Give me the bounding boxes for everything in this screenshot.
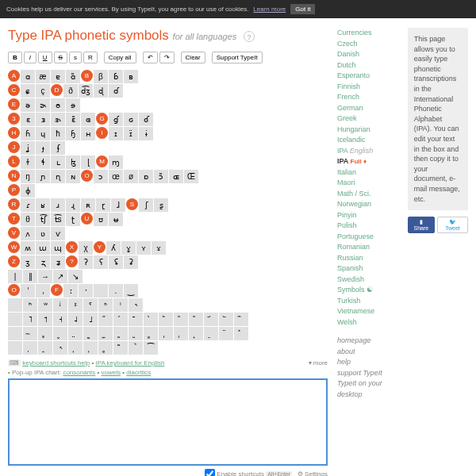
symbol-key[interactable]: ʕ <box>94 255 108 269</box>
nav-link[interactable]: homepage <box>337 336 400 347</box>
symbol-key[interactable]: ̂ <box>174 313 188 326</box>
symbol-key[interactable]: ɔ̃ <box>154 170 168 183</box>
symbol-key[interactable]: ɓ <box>109 70 123 83</box>
r-button[interactable]: R <box>83 52 98 63</box>
symbol-key[interactable]: ħ <box>51 127 65 140</box>
symbol-key[interactable]: ɠ <box>109 113 123 126</box>
symbol-key[interactable]: ʑ <box>51 255 65 269</box>
symbol-group-A[interactable]: A <box>8 70 20 82</box>
symbol-key[interactable]: ˡ <box>113 298 128 312</box>
symbol-key[interactable]: ̤ <box>68 327 83 340</box>
symbol-key[interactable]: ̌ <box>189 313 203 326</box>
symbol-key[interactable]: ̃ <box>113 341 128 355</box>
symbol-key[interactable]: ɳ <box>51 170 65 183</box>
symbol-group-C[interactable]: C <box>8 84 20 96</box>
symbol-key[interactable]: ɺ <box>111 198 125 212</box>
lang-link[interactable]: Esperanto <box>337 71 400 82</box>
symbol-key[interactable]: t͡s <box>51 213 65 226</box>
symbol-key[interactable]: ɜ <box>36 113 50 126</box>
symbol-key[interactable]: ̙ <box>83 341 98 355</box>
symbol-key[interactable]: d͡ʒ <box>79 84 93 98</box>
symbol-group-?[interactable]: ? <box>66 255 78 267</box>
symbol-key[interactable]: ̰ <box>83 327 98 340</box>
symbol-group-W[interactable]: W <box>8 241 20 253</box>
symbol-key[interactable]: ɗ <box>109 84 123 98</box>
symbol-key[interactable]: ɝ <box>51 113 65 126</box>
symbol-key[interactable]: ѵ <box>51 227 65 240</box>
symbol-key[interactable]: ̄ <box>129 313 143 326</box>
lang-link[interactable]: French <box>337 92 400 103</box>
symbol-key[interactable]: Œ <box>184 170 198 183</box>
symbol-key[interactable]: ɸ <box>21 184 35 198</box>
symbol-key[interactable]: ʙ <box>124 70 138 83</box>
symbol-key[interactable]: ʈ <box>66 213 80 226</box>
symbol-key[interactable]: . <box>109 284 123 298</box>
symbol-key[interactable]: ɖ <box>94 84 108 98</box>
lang-link[interactable]: Romanian <box>337 242 400 253</box>
symbol-key[interactable]: ↘ <box>68 270 83 283</box>
symbol-key[interactable]: θ <box>21 213 35 226</box>
shortcuts-help-link[interactable]: keyboard shortcuts help <box>22 359 90 367</box>
lang-link[interactable]: Portuguese <box>337 232 400 243</box>
symbol-group-V[interactable]: V <box>8 227 20 239</box>
symbol-group-J[interactable]: J <box>8 141 20 153</box>
symbol-key[interactable]: ʁ <box>36 198 50 212</box>
symbol-group-Y[interactable]: Y <box>94 241 106 253</box>
symbol-key[interactable]: ʃ <box>139 198 153 212</box>
symbol-group-N[interactable]: N <box>8 170 20 182</box>
symbol-key[interactable]: ə <box>21 98 35 112</box>
symbol-key[interactable]: ̴ <box>23 327 37 340</box>
bold-button[interactable]: B <box>8 52 22 63</box>
symbol-group-M[interactable]: M <box>96 155 108 167</box>
symbol-group-F[interactable]: F <box>51 284 63 296</box>
symbol-key[interactable]: ɲ <box>36 170 50 183</box>
symbol-key[interactable]: ʔ <box>79 255 93 269</box>
symbol-group-P[interactable]: P <box>8 184 20 196</box>
diacritics-link[interactable]: diacritics <box>126 369 151 376</box>
symbol-key[interactable]: ɘ <box>66 98 80 112</box>
symbol-key[interactable]: ʊ <box>94 213 108 226</box>
lang-link[interactable]: Spanish <box>337 263 400 274</box>
lang-link[interactable]: Welsh <box>337 317 400 328</box>
symbol-key[interactable]: œ <box>109 170 123 183</box>
symbol-key[interactable]: ɶ <box>169 170 183 183</box>
symbol-key[interactable]: ᷅ <box>219 313 233 326</box>
symbol-key[interactable]: ͡ <box>144 341 158 355</box>
symbol-key[interactable]: ç <box>36 84 50 98</box>
symbol-key[interactable]: ʝ <box>21 141 35 155</box>
nav-link[interactable]: help <box>337 357 400 368</box>
symbol-key[interactable]: ̬ <box>53 327 67 340</box>
symbol-group-D[interactable]: D <box>51 84 63 96</box>
lang-link[interactable]: Currencies <box>337 28 400 39</box>
symbol-key[interactable]: ʒ <box>21 255 35 269</box>
symbol-key[interactable]: ˞ <box>129 298 143 312</box>
symbol-key[interactable]: ˈ <box>21 284 35 298</box>
symbol-key[interactable]: ɣ <box>121 241 136 255</box>
symbol-key[interactable]: ɛ <box>21 113 35 126</box>
symbol-key[interactable] <box>8 327 22 340</box>
symbol-group-U[interactable]: U <box>81 213 93 225</box>
symbol-key[interactable]: ɰ <box>51 241 65 255</box>
symbol-key[interactable]: ʜ <box>81 127 95 140</box>
symbol-key[interactable]: ̩ <box>23 341 37 355</box>
symbol-key[interactable]: t͡ʃ <box>36 213 50 226</box>
symbol-group-S[interactable]: S <box>126 198 138 210</box>
symbol-key[interactable]: ̟ <box>189 327 203 340</box>
symbol-key[interactable]: ɮ <box>66 155 80 169</box>
text-editor[interactable] <box>8 378 328 466</box>
fb-share-button[interactable]: ▮ Share <box>408 217 435 233</box>
symbol-key[interactable]: ʲ <box>53 298 67 312</box>
lang-link[interactable]: Icelandic <box>337 135 400 146</box>
undo-button[interactable]: ↶ <box>143 52 158 63</box>
symbol-group-3[interactable]: 3 <box>8 113 20 125</box>
cookie-learn-link[interactable]: Learn more <box>253 6 286 13</box>
ipa-english-link[interactable]: IPA keyboard for English <box>95 359 164 367</box>
symbol-key[interactable]: ð <box>63 84 78 98</box>
symbol-key[interactable]: ˧ <box>53 313 67 326</box>
symbol-key[interactable]: ɯ <box>36 241 50 255</box>
symbol-key[interactable]: ˞ <box>53 341 67 355</box>
symbol-key[interactable]: ɪ̈ <box>124 127 138 140</box>
settings-link[interactable]: Settings <box>305 470 328 476</box>
symbol-key[interactable] <box>94 284 108 298</box>
symbol-key[interactable]: ˦ <box>38 313 52 326</box>
